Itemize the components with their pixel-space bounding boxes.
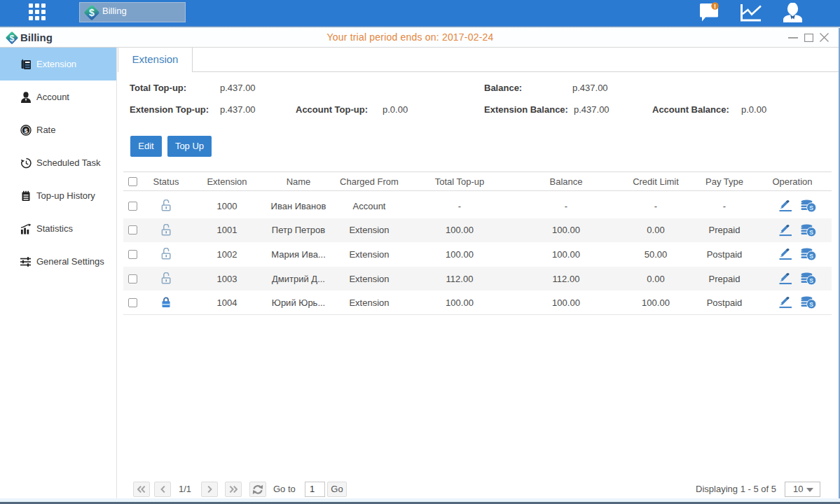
svg-text:$: $ (24, 127, 27, 134)
svg-text:$: $ (89, 7, 95, 18)
svg-text:!: ! (714, 3, 716, 10)
